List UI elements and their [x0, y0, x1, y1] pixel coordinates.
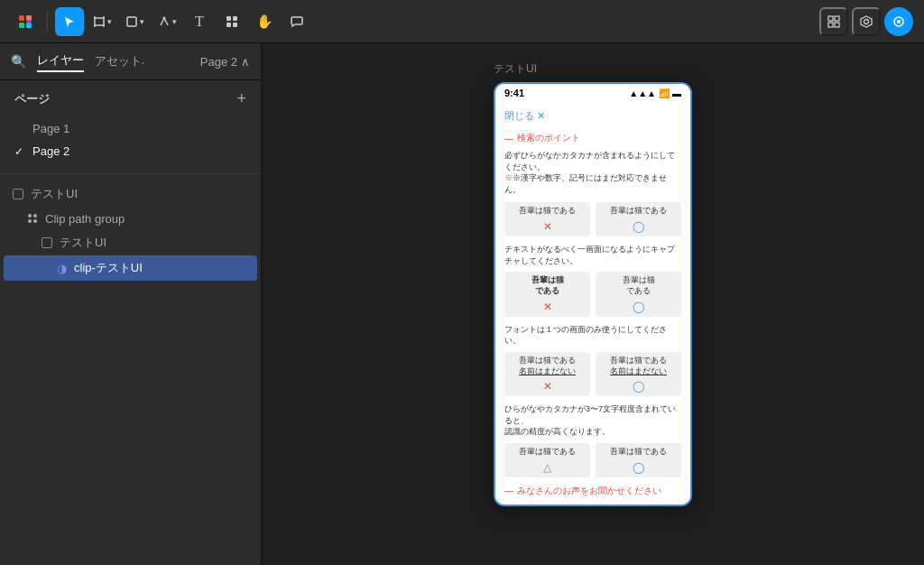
close-link[interactable]: 閉じる ✕ [504, 109, 545, 123]
card-4-1-status: △ [543, 461, 551, 474]
card-3-1-text: 吾輩は猫である名前はまだない [519, 356, 576, 376]
card-1-1-status: ✕ [543, 220, 552, 233]
card-3-2: 吾輩は猫である名前はまだない ◯ [596, 352, 681, 396]
svg-rect-14 [233, 23, 237, 27]
card-3-2-status: ◯ [633, 380, 644, 393]
card-2-1-text: 吾輩は猫である [531, 275, 564, 296]
phone-status-bar: 9:41 ▲▲▲ 📶 ▬ [495, 84, 690, 102]
close-btn-row: 閉じる ✕ [504, 109, 681, 123]
canvas-frame-label: テストUI [494, 61, 537, 77]
card-2-2: 吾輩は猫である ◯ [596, 272, 681, 316]
card-3-1-status: ✕ [543, 380, 552, 393]
sidebar-tabs-row: 🔍 レイヤー アセット• Page 2 ∧ [0, 43, 261, 80]
page-selector-label: Page 2 [200, 55, 237, 69]
sidebar: 🔍 レイヤー アセット• Page 2 ∧ ページ + Page 1 ✓ Pag… [0, 43, 262, 565]
hand-tool-btn[interactable]: ✋ [250, 7, 279, 36]
section1-title-text: 検索のポイント [517, 132, 580, 144]
layers-section: テストUI Clip path group テストUI ◑ [0, 178, 261, 565]
shape-tool-btn[interactable]: ▾ [120, 7, 149, 36]
status-icons: ▲▲▲ 📶 ▬ [629, 88, 681, 98]
text-tool-btn[interactable]: T [185, 7, 214, 36]
components-tool-btn[interactable] [217, 7, 246, 36]
layer-clip-path-label: Clip path group [45, 212, 125, 226]
main-area: 🔍 レイヤー アセット• Page 2 ∧ ページ + Page 1 ✓ Pag… [0, 43, 924, 565]
card-1-2: 吾輩は猫である ◯ [596, 202, 681, 236]
share-btn[interactable] [884, 7, 913, 36]
frame-tool-btn[interactable]: ▾ [88, 7, 116, 36]
page-selector[interactable]: Page 2 ∧ [200, 55, 250, 69]
layer-icon-frame-sub [40, 236, 54, 250]
svg-point-19 [864, 19, 869, 23]
layer-clip-path-group[interactable]: Clip path group [4, 207, 257, 230]
layer-testui-sub[interactable]: テストUI [4, 230, 257, 255]
svg-rect-15 [828, 16, 833, 21]
card-3-1: 吾輩は猫である名前はまだない ✕ [504, 352, 590, 396]
plugin-btn[interactable] [852, 7, 881, 36]
layer-testui-frame[interactable]: テストUI [4, 181, 257, 207]
hint1-line2: ※※漢字や数字、記号にはまだ対応できません。 [504, 172, 681, 195]
card-2-2-text: 吾輩は猫である [623, 275, 655, 296]
page-item-2[interactable]: ✓ Page 2 [7, 140, 254, 162]
layer-icon-dots [25, 211, 40, 226]
assets-dot: • [142, 59, 144, 67]
comment-tool-btn[interactable] [282, 7, 311, 36]
chevron-up-icon: ∧ [241, 55, 250, 69]
grid-view-btn[interactable] [819, 7, 848, 36]
svg-point-4 [27, 19, 32, 23]
card-1-2-text: 吾輩は猫である [610, 206, 667, 217]
section2-title: みなさんのお声をお聞かせください [504, 485, 681, 497]
layer-testui-label: テストUI [31, 186, 78, 202]
toolbar-sep-1 [47, 11, 48, 32]
add-page-btn[interactable]: + [236, 89, 246, 108]
page-label-1: Page 1 [32, 122, 69, 135]
hint1-line1: 必ずひらがなかカタカナが含まれるようにしてください。 [504, 150, 681, 172]
layer-clip-testui[interactable]: ◑ clip-テストUI [4, 255, 257, 281]
phone-frame: 9:41 ▲▲▲ 📶 ▬ 閉じる ✕ 検索のポイント [494, 82, 692, 506]
svg-rect-2 [19, 23, 24, 28]
svg-rect-17 [828, 23, 833, 27]
hint4-line2: 認識の精度が高くなります。 [504, 426, 681, 438]
assets-tab-label: アセット [95, 54, 142, 68]
toolbar-left-tools: ▾ ▾ ▾ T ✋ [11, 7, 311, 36]
card-2-2-status: ◯ [633, 301, 644, 313]
svg-rect-9 [127, 17, 136, 26]
svg-rect-13 [226, 23, 231, 27]
assets-tab[interactable]: アセット• [95, 51, 144, 71]
svg-rect-18 [835, 23, 839, 27]
layer-icon-clip: ◑ [54, 261, 69, 275]
layer-icon-frame [11, 187, 25, 201]
card-3-2-text: 吾輩は猫である名前はまだない [610, 356, 667, 376]
svg-rect-11 [226, 16, 231, 21]
canvas-inner: テストUI 9:41 ▲▲▲ 📶 ▬ 閉じる ✕ [494, 61, 692, 506]
cards-row4: 吾輩は猫である △ 吾輩は猫である ◯ [504, 443, 681, 477]
search-icon: 🔍 [11, 54, 26, 69]
layers-divider [0, 173, 261, 174]
wifi-icon: 📶 [659, 88, 670, 98]
battery-icon: ▬ [672, 88, 681, 98]
figma-menu-btn[interactable] [11, 7, 40, 36]
layer-testui-sub-label: テストUI [60, 235, 106, 251]
page-label-2: Page 2 [32, 144, 69, 158]
toolbar: ▾ ▾ ▾ T ✋ [0, 0, 924, 43]
svg-rect-12 [233, 16, 237, 21]
cards-row2: 吾輩は猫である ✕ 吾輩は猫である ◯ [504, 272, 681, 316]
hint1: 必ずひらがなかカタカナが含まれるようにしてください。 ※※漢字や数字、記号にはま… [504, 150, 681, 195]
card-1-1-text: 吾輩は猫である [519, 206, 576, 217]
card-4-2-text: 吾輩は猫である [610, 447, 667, 458]
card-4-1: 吾輩は猫である △ [504, 443, 590, 477]
card-1-1: 吾輩は猫である ✕ [504, 202, 590, 236]
pen-tool-btn[interactable]: ▾ [152, 7, 181, 36]
select-tool-btn[interactable] [55, 7, 84, 36]
svg-rect-0 [19, 15, 24, 21]
svg-point-21 [897, 20, 901, 23]
pages-section-header: ページ + [0, 80, 261, 117]
card-2-1: 吾輩は猫である ✕ [504, 272, 590, 316]
pages-section-label: ページ [14, 91, 50, 107]
card-1-2-status: ◯ [633, 220, 644, 233]
cards-row3: 吾輩は猫である名前はまだない ✕ 吾輩は猫である名前はまだない ◯ [504, 352, 681, 396]
page-checkmark-2: ✓ [14, 145, 27, 158]
layers-tab[interactable]: レイヤー [37, 51, 84, 72]
card-2-1-status: ✕ [543, 301, 552, 313]
card-4-2: 吾輩は猫である ◯ [596, 443, 681, 477]
page-item-1[interactable]: Page 1 [7, 117, 254, 140]
